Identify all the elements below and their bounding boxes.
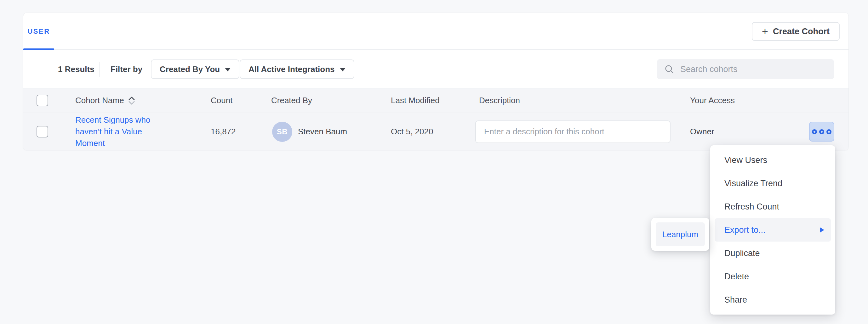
more-dot-icon <box>819 129 824 134</box>
menu-item-label: Refresh Count <box>724 202 779 212</box>
menu-item-label: Delete <box>724 272 749 282</box>
menu-item-label: Duplicate <box>724 249 760 258</box>
menu-item-label: View Users <box>724 155 767 165</box>
filter-by-label: Filter by <box>111 50 142 88</box>
results-count: 1 Results <box>58 50 94 88</box>
menu-item-delete[interactable]: Delete <box>715 265 831 288</box>
select-all-checkbox[interactable] <box>36 95 48 106</box>
menu-item-export-to[interactable]: Export to... <box>715 218 831 242</box>
menu-item-view-users[interactable]: View Users <box>715 148 831 172</box>
tab-user[interactable]: USER <box>23 13 54 50</box>
cohort-count: 16,872 <box>211 127 236 137</box>
cohorts-card: USER + Create Cohort 1 Results Filter by… <box>23 12 849 150</box>
create-cohort-button[interactable]: + Create Cohort <box>752 22 840 41</box>
row-context-menu: View Users Visualize Trend Refresh Count… <box>710 145 835 315</box>
chevron-down-icon <box>340 68 345 71</box>
sort-icon[interactable] <box>128 96 135 105</box>
avatar: SB <box>272 122 292 142</box>
row-checkbox[interactable] <box>36 126 48 138</box>
table-header: Cohort Name Count Created By Last Modifi… <box>23 88 848 113</box>
access-value: Owner <box>690 127 714 137</box>
submenu-arrow-icon <box>819 226 825 234</box>
integrations-dropdown-label: All Active Integrations <box>248 65 335 74</box>
description-input[interactable] <box>475 120 671 143</box>
header-cohort-name[interactable]: Cohort Name <box>75 96 124 105</box>
more-dot-icon <box>827 129 832 134</box>
created-by-dropdown-label: Created By You <box>160 65 220 74</box>
menu-item-label: Share <box>724 295 747 305</box>
header-your-access: Your Access <box>690 96 735 105</box>
header-description: Description <box>479 96 520 105</box>
filter-row: 1 Results Filter by Created By You All A… <box>23 50 848 88</box>
search-box <box>657 59 834 79</box>
header-count: Count <box>211 96 232 105</box>
cohort-name-link[interactable]: Recent Signups who haven’t hit a Value M… <box>75 114 155 149</box>
create-cohort-label: Create Cohort <box>773 27 830 36</box>
menu-item-duplicate[interactable]: Duplicate <box>715 242 831 265</box>
last-modified-date: Oct 5, 2020 <box>391 127 433 137</box>
created-by-dropdown[interactable]: Created By You <box>151 60 239 79</box>
tab-bar: USER + Create Cohort <box>23 13 848 50</box>
export-submenu: Leanplum <box>651 218 709 251</box>
plus-icon: + <box>762 26 768 36</box>
menu-item-label: Visualize Trend <box>724 179 782 188</box>
menu-item-share[interactable]: Share <box>715 288 831 312</box>
cohorts-page: USER + Create Cohort 1 Results Filter by… <box>0 0 868 324</box>
more-options-button[interactable] <box>809 122 834 142</box>
integrations-dropdown[interactable]: All Active Integrations <box>240 60 354 79</box>
search-input[interactable] <box>680 65 827 74</box>
menu-item-refresh-count[interactable]: Refresh Count <box>715 195 831 218</box>
created-by-name: Steven Baum <box>298 127 347 137</box>
menu-item-label: Export to... <box>724 225 766 235</box>
divider <box>99 62 100 77</box>
chevron-down-icon <box>225 68 230 71</box>
header-created-by: Created By <box>271 96 312 105</box>
header-last-modified: Last Modified <box>391 96 440 105</box>
menu-item-visualize-trend[interactable]: Visualize Trend <box>715 172 831 195</box>
more-dot-icon <box>812 129 817 134</box>
table-row: Recent Signups who haven’t hit a Value M… <box>23 113 848 150</box>
search-icon <box>664 64 675 75</box>
submenu-item-leanplum[interactable]: Leanplum <box>656 222 705 246</box>
